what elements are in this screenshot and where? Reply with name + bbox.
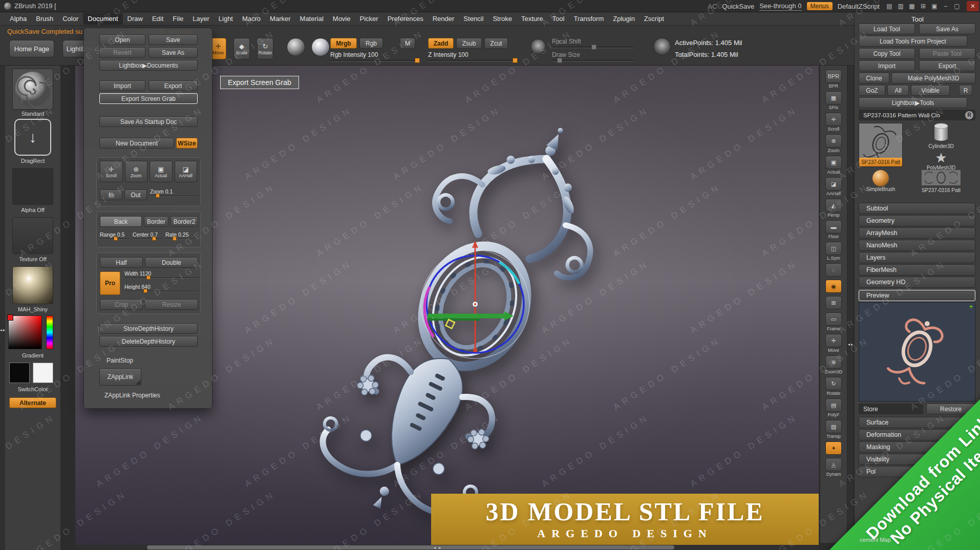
rgb-button[interactable]: Rgb bbox=[359, 38, 383, 49]
hue-bar[interactable] bbox=[46, 315, 53, 349]
shelf-item[interactable]: ◌ bbox=[821, 263, 846, 277]
doc-back-button[interactable]: Back bbox=[100, 216, 142, 227]
doc-save-button[interactable]: Save bbox=[148, 34, 198, 45]
menu-item[interactable]: Brush bbox=[31, 13, 58, 25]
current-stroke-thumbnail[interactable]: ↓ bbox=[14, 119, 51, 156]
left-scroll-arrows-icon[interactable]: ◂▸ bbox=[0, 328, 5, 332]
doc-export-screen-grab-button[interactable]: Export Screen Grab bbox=[99, 93, 198, 104]
horizontal-scroll-thumb[interactable] bbox=[147, 545, 674, 549]
current-tool-r-badge[interactable]: R bbox=[965, 111, 973, 119]
menus-toggle[interactable]: Menus bbox=[807, 2, 833, 10]
store-button[interactable]: Store bbox=[859, 404, 923, 414]
menu-item[interactable]: Picker bbox=[355, 13, 383, 25]
menu-item[interactable]: Tool bbox=[548, 13, 569, 25]
shelf-item[interactable]: ▦ SPix bbox=[821, 91, 846, 110]
menu-item[interactable]: Movie bbox=[328, 13, 355, 25]
mrgb-button[interactable]: Mrgb bbox=[330, 38, 357, 49]
titlebar-icon[interactable]: ⊞ bbox=[919, 2, 928, 10]
lightbox-tools-button[interactable]: Lightbox▶Tools bbox=[859, 97, 967, 108]
shelf-item[interactable]: ↻ Rotate bbox=[821, 377, 846, 396]
z-intensity-handle[interactable] bbox=[513, 58, 518, 63]
subpalette-header-preview[interactable]: Preview bbox=[859, 290, 975, 301]
doc-height-handle[interactable] bbox=[143, 289, 147, 293]
m-button[interactable]: M bbox=[400, 38, 415, 49]
shelf-item[interactable]: ✦ bbox=[821, 441, 846, 455]
menu-item[interactable]: Alpha bbox=[5, 13, 31, 25]
menu-item[interactable]: Macro bbox=[238, 13, 265, 25]
menu-item[interactable]: Preferences bbox=[383, 13, 428, 25]
doc-range-slider[interactable]: Range 0.5 bbox=[100, 231, 130, 240]
doc-width-slider[interactable]: Width 1120 bbox=[124, 270, 198, 279]
shelf-item[interactable]: ✛ Scroll bbox=[821, 113, 846, 132]
goz-button[interactable]: GoZ bbox=[859, 85, 885, 96]
subpalette-header[interactable]: Layers bbox=[859, 252, 975, 263]
menu-item[interactable]: Marker bbox=[265, 13, 295, 25]
doc-nav-button[interactable]: ▣ Actual bbox=[150, 161, 173, 182]
menu-item[interactable]: Transform bbox=[569, 13, 608, 25]
doc-nav-button[interactable]: ◪ AAHalf bbox=[175, 161, 198, 182]
main-color-swatch[interactable] bbox=[9, 363, 30, 383]
cylinder3d-tool[interactable]: Cylinder3D bbox=[907, 123, 975, 149]
doc-store-depth-button[interactable]: StoreDepthHistory bbox=[99, 323, 198, 334]
rotate-gyro-button[interactable]: ↻ Rotate bbox=[257, 38, 273, 59]
alternate-button[interactable]: Alternate bbox=[9, 397, 56, 408]
preview-panel[interactable]: + bbox=[859, 302, 975, 401]
paste-tool-button[interactable]: Paste Tool bbox=[919, 48, 975, 59]
doc-zoom-in-button[interactable]: In bbox=[100, 189, 122, 200]
doc-revert-button[interactable]: Revert bbox=[99, 47, 145, 58]
doc-border-button[interactable]: Border bbox=[144, 216, 168, 227]
shelf-item[interactable]: ▬ Floor bbox=[821, 220, 846, 239]
right-scroll-arrows-icon[interactable]: ◂▸ bbox=[848, 342, 853, 347]
menu-item[interactable]: Material bbox=[295, 13, 328, 25]
doc-width-handle[interactable] bbox=[146, 276, 151, 280]
menu-item[interactable]: Zplugin bbox=[608, 13, 640, 25]
active-tool-thumbnail[interactable]: SP237-0316 Patt bbox=[859, 123, 903, 167]
doc-zoom-handle[interactable] bbox=[156, 194, 160, 198]
stroke-preview-sphere[interactable] bbox=[287, 38, 305, 56]
doc-double-button[interactable]: Double bbox=[145, 257, 198, 268]
shelf-item[interactable]: ⊕ Zoom bbox=[821, 134, 846, 153]
current-tool-name[interactable]: SP237-0316 Pattern Wall Clo R bbox=[859, 110, 975, 120]
doc-save-as-button[interactable]: Save As bbox=[148, 47, 198, 58]
shelf-item[interactable]: ◫ L.Sym bbox=[821, 242, 846, 261]
rgb-intensity-handle[interactable] bbox=[415, 58, 420, 63]
menu-item[interactable]: Zscript bbox=[640, 13, 669, 25]
secondary-color-swatch[interactable] bbox=[33, 363, 53, 383]
menu-item[interactable]: Light bbox=[214, 13, 238, 25]
home-page-button[interactable]: Home Page bbox=[9, 40, 54, 57]
doc-zapplink-button[interactable]: ZAppLink bbox=[99, 368, 141, 386]
goz-r-button[interactable]: R bbox=[959, 85, 972, 96]
doc-pro-button[interactable]: Pro bbox=[100, 271, 120, 295]
bottom-scroll-arrows-icon[interactable]: ◂ ▸ bbox=[434, 545, 442, 550]
current-texture-thumbnail[interactable] bbox=[12, 217, 53, 254]
doc-border2-button[interactable]: Border2 bbox=[171, 216, 198, 227]
z-intensity-slider[interactable]: Z Intensity 100 bbox=[428, 51, 516, 61]
doc-half-button[interactable]: Half bbox=[100, 257, 143, 268]
menu-item[interactable]: Texture bbox=[517, 13, 548, 25]
shelf-item[interactable]: ◉ bbox=[821, 280, 846, 293]
shelf-item[interactable]: ◭ Persp bbox=[821, 199, 846, 218]
draw-size-handle[interactable] bbox=[557, 58, 562, 63]
doc-center-slider[interactable]: Center 0.7 bbox=[133, 231, 162, 240]
current-material-thumbnail[interactable] bbox=[12, 266, 53, 304]
goz-visible-button[interactable]: Visible bbox=[911, 85, 950, 96]
shelf-item[interactable]: ⊕ Zoom3D bbox=[821, 355, 846, 374]
draw-size-slider[interactable]: Draw Size bbox=[552, 51, 634, 61]
focal-shift-handle[interactable] bbox=[591, 45, 596, 50]
subpalette-header[interactable]: Geometry HD bbox=[859, 277, 975, 288]
focal-shift-slider[interactable]: Focal Shift bbox=[552, 38, 634, 48]
doc-crop-button[interactable]: Crop bbox=[100, 299, 143, 310]
subpalette-header[interactable]: Subtool bbox=[859, 203, 975, 214]
doc-open-button[interactable]: Open bbox=[99, 34, 145, 45]
doc-zapplink-properties-item[interactable]: ZAppLink Properties bbox=[104, 392, 160, 399]
shelf-item[interactable]: ◬ Dynam bbox=[821, 458, 846, 477]
menu-item[interactable]: Color bbox=[58, 13, 83, 25]
doc-zoom-out-button[interactable]: Out bbox=[124, 189, 147, 200]
titlebar-icon[interactable]: ▥ bbox=[896, 2, 905, 10]
doc-resize-button[interactable]: Resize bbox=[145, 299, 198, 310]
doc-rate-slider[interactable]: Rate 0.25 bbox=[165, 231, 197, 240]
right-tray-scrollbar[interactable]: ◂▸ bbox=[848, 66, 853, 543]
quicksave-button[interactable]: QuickSave bbox=[722, 3, 754, 10]
load-tools-from-project-button[interactable]: Load Tools From Project bbox=[859, 36, 967, 47]
shelf-item[interactable]: ✛ Move bbox=[821, 334, 846, 353]
